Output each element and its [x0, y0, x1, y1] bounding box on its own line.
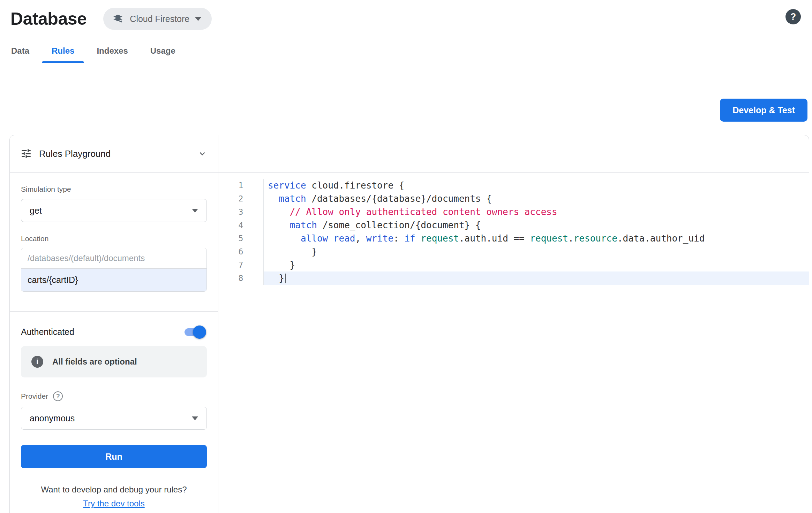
line-number: 5 [218, 232, 264, 245]
location-field: /databases/(default)/documents carts/{ca… [21, 248, 207, 292]
line-number: 8 [218, 271, 264, 285]
tab-data[interactable]: Data [0, 38, 40, 63]
chevron-down-icon [192, 416, 198, 420]
page-title: Database [10, 7, 87, 31]
code-line[interactable]: 2 match /databases/{database}/documents … [218, 192, 809, 205]
tune-icon [20, 148, 32, 160]
code-line[interactable]: 4 match /some_collection/{document} { [218, 219, 809, 232]
product-selector[interactable]: Cloud Firestore [103, 8, 212, 30]
line-number: 1 [218, 179, 264, 192]
playground-header[interactable]: Rules Playground [10, 135, 218, 173]
editor-header [218, 135, 809, 173]
text-cursor [285, 274, 286, 283]
chevron-down-icon [195, 17, 201, 21]
provider-select[interactable]: anonymous [21, 407, 207, 430]
code-text: } [264, 245, 809, 258]
location-input[interactable]: carts/{cartID} [21, 268, 206, 291]
line-number: 7 [218, 258, 264, 271]
devtools-prompt: Want to develop and debug your rules? [21, 485, 207, 495]
provider-help-icon[interactable]: ? [53, 391, 63, 401]
simulation-type-label: Simulation type [21, 185, 207, 193]
line-number: 3 [218, 205, 264, 219]
rules-code-editor[interactable]: 1service cloud.firestore {2 match /datab… [218, 135, 809, 513]
simulation-type-select[interactable]: get [21, 199, 207, 222]
devtools-link[interactable]: Try the dev tools [83, 499, 145, 508]
code-line[interactable]: 1service cloud.firestore { [218, 179, 809, 192]
location-prefix: /databases/(default)/documents [21, 248, 206, 268]
page-header: Database Cloud Firestore ? [0, 0, 812, 31]
develop-test-button[interactable]: Develop & Test [720, 99, 807, 122]
info-banner-text: All fields are optional [52, 357, 137, 367]
code-line[interactable]: 7 } [218, 258, 809, 271]
provider-value: anonymous [30, 413, 75, 423]
code-line[interactable]: 8 } [218, 271, 809, 285]
code-text: } [264, 271, 809, 285]
line-number: 4 [218, 219, 264, 232]
authenticated-label: Authenticated [21, 327, 74, 337]
info-banner: i All fields are optional [21, 346, 207, 377]
code-text: // Allow only authenticated content owne… [264, 205, 809, 219]
product-selector-label: Cloud Firestore [130, 14, 189, 24]
actions-row: Develop & Test [0, 63, 812, 122]
location-label: Location [21, 235, 207, 243]
code-text: allow read, write: if request.auth.uid =… [264, 232, 809, 245]
code-text: service cloud.firestore { [264, 179, 809, 192]
playground-body: Simulation type get Location /databases/… [10, 173, 218, 508]
toggle-knob [193, 326, 206, 339]
code-editor-lines: 1service cloud.firestore {2 match /datab… [218, 173, 809, 285]
tab-rules[interactable]: Rules [40, 38, 85, 63]
authenticated-row: Authenticated [21, 327, 207, 337]
code-text: match /some_collection/{document} { [264, 219, 809, 232]
tab-bar: DataRulesIndexesUsage [0, 38, 812, 63]
rules-card: Rules Playground Simulation type get Loc… [9, 135, 809, 513]
help-icon[interactable]: ? [785, 9, 801, 24]
line-number: 2 [218, 192, 264, 205]
simulation-type-value: get [30, 206, 42, 216]
code-text: match /databases/{database}/documents { [264, 192, 809, 205]
code-line[interactable]: 5 allow read, write: if request.auth.uid… [218, 232, 809, 245]
panel-divider [10, 311, 218, 312]
authenticated-toggle[interactable] [185, 328, 203, 336]
info-icon: i [31, 356, 43, 368]
tab-indexes[interactable]: Indexes [85, 38, 139, 63]
rules-playground-panel: Rules Playground Simulation type get Loc… [10, 135, 218, 513]
line-number: 6 [218, 245, 264, 258]
code-text: } [264, 258, 809, 271]
collapse-chevron-icon[interactable] [197, 148, 208, 159]
playground-title: Rules Playground [39, 148, 190, 159]
code-line[interactable]: 3 // Allow only authenticated content ow… [218, 205, 809, 219]
firestore-icon [112, 13, 124, 25]
code-line[interactable]: 6 } [218, 245, 809, 258]
tab-usage[interactable]: Usage [139, 38, 187, 63]
chevron-down-icon [192, 209, 198, 213]
run-button[interactable]: Run [21, 445, 207, 468]
provider-row: Provider ? [21, 391, 207, 401]
provider-label: Provider [21, 392, 48, 400]
